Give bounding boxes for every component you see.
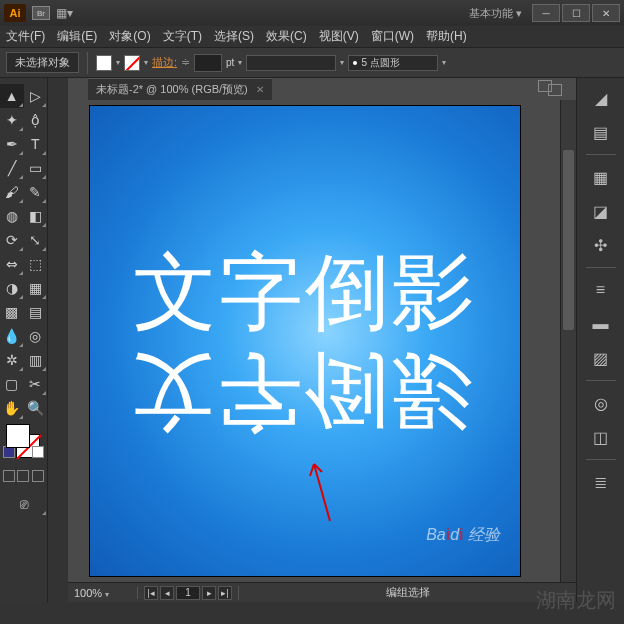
stroke-unit: pt [226,57,234,68]
type-tool[interactable]: T [24,132,48,156]
free-transform-tool[interactable]: ⬚ [24,252,48,276]
hand-tool[interactable]: ✋ [0,396,24,420]
panel-color-icon[interactable]: ◢ [587,86,615,110]
artwork-text: 文字倒影 [90,236,520,350]
right-panel: ◢ ▤ ▦ ◪ ✣ ≡ ▬ ▨ ◎ ◫ ≣ [576,78,624,602]
color-selector[interactable] [0,420,47,468]
panel-gradient-icon[interactable]: ▬ [587,312,615,336]
options-bar: 未选择对象 ▾ ▾ 描边: ≑ pt▾ ▾ 5 点圆形 ▾ [0,48,624,78]
tab-title: 未标题-2* @ 100% (RGB/预览) [96,82,248,97]
panel-colorguide-icon[interactable]: ▤ [587,120,615,144]
column-graph-tool[interactable]: ▥ [24,348,48,372]
canvas[interactable]: 文字倒影 文字倒影 Baidi 经验 [90,106,520,576]
annotation-arrow-icon [300,456,340,526]
artboard-tool[interactable]: ▢ [0,372,24,396]
stroke-profile-select[interactable] [246,55,336,71]
fill-color[interactable] [6,424,30,448]
perspective-grid-tool[interactable]: ▦ [24,276,48,300]
draw-behind-button[interactable] [17,470,29,482]
document-area: 未标题-2* @ 100% (RGB/预览) ✕ 文字倒影 文字倒影 Baidi… [68,78,576,602]
next-artboard-button[interactable]: ▸ [202,586,216,600]
scale-tool[interactable]: ⤡ [24,228,48,252]
panel-layers-icon[interactable]: ≣ [587,470,615,494]
prev-artboard-button[interactable]: ◂ [160,586,174,600]
draw-normal-button[interactable] [3,470,15,482]
rectangle-tool[interactable]: ▭ [24,156,48,180]
app-logo: Ai [4,4,26,22]
blob-brush-tool[interactable]: ◍ [0,204,24,228]
document-tab[interactable]: 未标题-2* @ 100% (RGB/预览) ✕ [88,78,272,100]
shape-builder-tool[interactable]: ◑ [0,276,24,300]
menu-file[interactable]: 文件(F) [6,28,45,45]
layout-arrange-icon[interactable]: ▦▾ [56,6,73,20]
zoom-tool[interactable]: 🔍 [24,396,48,420]
window-maximize-button[interactable]: ☐ [562,4,590,22]
magic-wand-tool[interactable]: ✦ [0,108,24,132]
window-close-button[interactable]: ✕ [592,4,620,22]
panel-stroke-icon[interactable]: ≡ [587,278,615,302]
blend-tool[interactable]: ◎ [24,324,48,348]
slice-tool[interactable]: ✂ [24,372,48,396]
eraser-tool[interactable]: ◧ [24,204,48,228]
menu-window[interactable]: 窗口(W) [371,28,414,45]
menu-edit[interactable]: 编辑(E) [57,28,97,45]
lasso-tool[interactable]: ộ [24,108,48,132]
pencil-tool[interactable]: ✎ [24,180,48,204]
panel-swatches-icon[interactable]: ▦ [587,165,615,189]
selection-status: 未选择对象 [6,52,79,73]
mesh-tool[interactable]: ▩ [0,300,24,324]
tool-panel: ▲ ▷ ✦ ộ ✒ T ╱ ▭ 🖌 ✎ ◍ ◧ ⟳ ⤡ ⇔ ⬚ ◑ ▦ ▩ ▤ … [0,78,48,602]
scrollbar-thumb[interactable] [563,150,574,330]
status-mode: 编组选择 [239,585,576,600]
panel-symbols-icon[interactable]: ✣ [587,233,615,257]
width-tool[interactable]: ⇔ [0,252,24,276]
watermark-baidu: Baidi 经验 [426,525,500,546]
first-artboard-button[interactable]: |◂ [144,586,158,600]
bridge-badge[interactable]: Br [32,6,50,20]
menu-type[interactable]: 文字(T) [163,28,202,45]
workspace-label[interactable]: 基本功能 ▾ [469,6,522,21]
fill-swatch[interactable] [96,55,112,71]
none-mode-button[interactable] [32,446,44,458]
panel-transparency-icon[interactable]: ▨ [587,346,615,370]
eyedropper-tool[interactable]: 💧 [0,324,24,348]
tab-close-icon[interactable]: ✕ [256,84,264,95]
rotate-tool[interactable]: ⟳ [0,228,24,252]
menu-effect[interactable]: 效果(C) [266,28,307,45]
paintbrush-tool[interactable]: 🖌 [0,180,24,204]
panel-graphicstyles-icon[interactable]: ◫ [587,425,615,449]
window-minimize-button[interactable]: ─ [532,4,560,22]
line-tool[interactable]: ╱ [0,156,24,180]
arrange-documents-icon[interactable] [548,84,562,96]
panel-appearance-icon[interactable]: ◎ [587,391,615,415]
menu-view[interactable]: 视图(V) [319,28,359,45]
screen-mode-button[interactable]: ⎚ [0,492,47,516]
last-artboard-button[interactable]: ▸| [218,586,232,600]
artboard-number-field[interactable]: 1 [176,586,200,600]
brush-definition-select[interactable]: 5 点圆形 [348,55,438,71]
stroke-swatch[interactable] [124,55,140,71]
stroke-weight-field[interactable] [194,54,222,72]
stroke-label[interactable]: 描边: [152,55,177,70]
draw-inside-button[interactable] [32,470,44,482]
symbol-sprayer-tool[interactable]: ✲ [0,348,24,372]
direct-selection-tool[interactable]: ▷ [24,84,48,108]
main-menu: 文件(F) 编辑(E) 对象(O) 文字(T) 选择(S) 效果(C) 视图(V… [0,26,624,48]
pen-tool[interactable]: ✒ [0,132,24,156]
selection-tool[interactable]: ▲ [0,84,24,108]
artwork-text-reflection: 文字倒影 [90,334,520,448]
vertical-scrollbar[interactable] [560,100,576,582]
menu-help[interactable]: 帮助(H) [426,28,467,45]
zoom-level[interactable]: 100% ▾ [68,587,138,599]
menu-select[interactable]: 选择(S) [214,28,254,45]
gradient-tool[interactable]: ▤ [24,300,48,324]
panel-brushes-icon[interactable]: ◪ [587,199,615,223]
menu-object[interactable]: 对象(O) [109,28,150,45]
